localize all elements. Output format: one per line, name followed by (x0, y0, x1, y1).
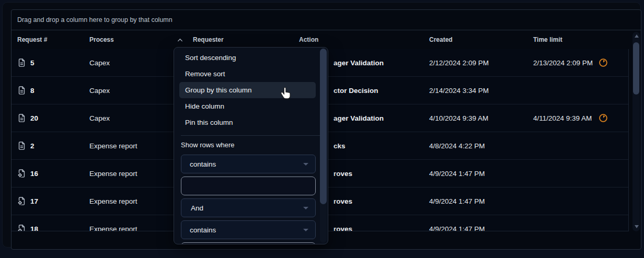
deadline-clock-icon (599, 113, 608, 123)
filter-operator-2-value: contains (190, 226, 216, 234)
filter-logic-value: And (191, 204, 203, 212)
menu-item-label: Sort descending (185, 54, 236, 62)
created-cell: 4/10/2024 9:39 AM (429, 114, 488, 122)
file-text-icon (17, 58, 26, 68)
mouse-pointer-icon (280, 87, 292, 103)
chevron-down-icon (303, 229, 308, 231)
created-cell: 4/9/2024 1:47 PM (429, 170, 485, 178)
action-cell: roves (334, 197, 352, 205)
column-header-requester[interactable]: Requester (193, 36, 224, 43)
menu-item-label: Hide column (185, 102, 224, 110)
menu-item[interactable]: Pin this column (179, 114, 316, 131)
action-cell: ager Validation (334, 114, 384, 122)
created-cell: 4/9/2024 1:47 PM (429, 197, 485, 205)
filter-logic-select[interactable]: And (181, 198, 316, 217)
menu-item-label: Remove sort (185, 70, 225, 78)
created-cell: 2/12/2024 2:09 PM (429, 59, 489, 67)
time-limit-cell: 4/11/2024 9:39 AM (533, 114, 592, 122)
column-header-timelimit[interactable]: Time limit (533, 36, 562, 43)
action-cell: roves (334, 225, 352, 232)
sort-ascending-icon[interactable] (177, 36, 183, 43)
menu-item[interactable]: Hide column (179, 98, 316, 114)
deadline-clock-icon (599, 58, 608, 67)
menu-item[interactable]: Group by this column (179, 82, 316, 98)
column-menu-items: Sort descending Remove sort Group by thi… (174, 50, 320, 131)
request-number: 2 (30, 142, 34, 150)
request-number: 16 (30, 170, 38, 178)
filter-operator-select[interactable]: contains (181, 155, 316, 173)
column-header-action[interactable]: Action (299, 36, 318, 43)
column-header-process[interactable]: Process (89, 36, 114, 43)
group-by-drop-zone[interactable]: Drag and drop a column here to group by … (12, 10, 641, 30)
menu-item[interactable]: Remove sort (179, 66, 316, 82)
file-cog-icon (17, 224, 26, 232)
process-cell: Capex (89, 114, 110, 122)
file-text-icon (17, 113, 26, 123)
process-cell: Expense report (89, 170, 137, 178)
request-number: 17 (30, 197, 38, 205)
filter-section-label: Show rows where (181, 141, 235, 149)
menu-item-label: Pin this column (185, 119, 233, 126)
process-cell: Expense report (89, 225, 137, 232)
filter-value-input[interactable] (181, 177, 316, 195)
filter-operator-value: contains (190, 160, 216, 168)
menu-item[interactable]: Sort descending (179, 50, 316, 66)
created-cell: 2/14/2024 3:34 PM (429, 87, 489, 95)
action-cell: ager Validation (334, 59, 384, 67)
chevron-down-icon (303, 207, 308, 209)
vertical-scrollbar-thumb[interactable] (633, 42, 639, 95)
column-context-menu: Sort descending Remove sort Group by thi… (174, 47, 328, 244)
file-text-icon (17, 86, 26, 96)
scroll-up-icon[interactable] (635, 34, 639, 38)
vertical-scrollbar[interactable] (632, 32, 640, 231)
action-cell: ctor Decision (334, 87, 378, 95)
process-cell: Capex (89, 87, 110, 95)
action-cell: cks (334, 142, 346, 150)
group-by-hint: Drag and drop a column here to group by … (17, 16, 172, 24)
menu-divider (181, 135, 321, 136)
scroll-down-icon[interactable] (635, 225, 639, 228)
file-cog-icon (17, 169, 26, 179)
time-limit-cell: 2/13/2024 2:09 PM (533, 59, 593, 67)
column-header-created[interactable]: Created (429, 36, 453, 43)
process-cell: Expense report (89, 142, 137, 150)
menu-item-label: Group by this column (185, 86, 252, 94)
file-cog-icon (17, 196, 26, 206)
process-cell: Expense report (89, 197, 137, 205)
process-cell: Capex (89, 59, 110, 67)
menu-scrollbar-thumb[interactable] (320, 49, 327, 204)
filter-operator-2-select[interactable]: contains (181, 220, 316, 239)
created-cell: 4/9/2024 1:47 PM (429, 225, 485, 232)
file-text-icon (17, 141, 26, 151)
request-number: 8 (30, 87, 34, 95)
request-number: 20 (30, 114, 38, 122)
created-cell: 4/8/2024 4:22 PM (429, 142, 485, 150)
column-header-request[interactable]: Request # (17, 36, 47, 43)
filter-value-2-input[interactable] (181, 242, 316, 244)
chevron-down-icon (303, 163, 308, 166)
request-number: 18 (30, 225, 38, 232)
action-cell: roves (334, 170, 352, 178)
request-number: 5 (30, 59, 34, 67)
